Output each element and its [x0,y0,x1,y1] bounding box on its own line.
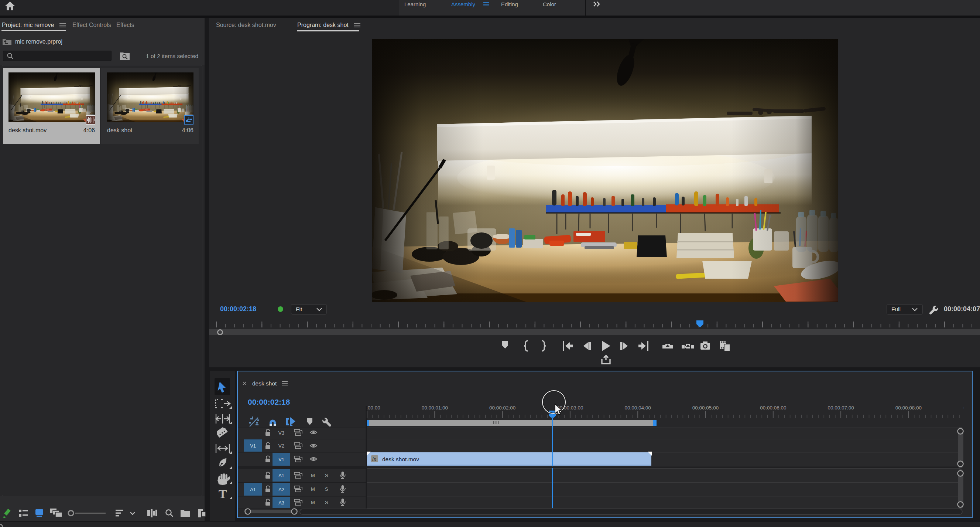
svg-text:00:00:06:00: 00:00:06:00 [760,405,786,410]
svg-text:00:00:09:00: 00:00:09:00 [963,405,973,410]
svg-text:T: T [219,487,227,501]
svg-text:M: M [311,473,315,478]
svg-text:A1: A1 [250,487,256,492]
svg-text:desk shot: desk shot [252,380,277,386]
svg-text:00:00:05:00: 00:00:05:00 [692,405,719,410]
svg-text:00:00:08:00: 00:00:08:00 [896,405,922,410]
svg-text:V1: V1 [278,457,284,462]
svg-text:00:00:07:00: 00:00:07:00 [827,405,854,410]
svg-text:V3: V3 [278,430,285,436]
svg-text:desk shot.mov: desk shot.mov [382,456,419,462]
svg-text:V2: V2 [278,443,285,449]
svg-text:V1: V1 [250,443,256,449]
svg-text:S: S [325,500,328,505]
svg-text:M: M [311,486,315,492]
svg-text:A3: A3 [278,500,284,506]
svg-text:00:00:04:00: 00:00:04:00 [625,405,651,410]
svg-text:00:00:02:00: 00:00:02:00 [489,405,515,410]
svg-text:fx: fx [372,456,377,462]
svg-text:S: S [325,473,328,478]
svg-text:A2: A2 [278,487,284,492]
svg-text:M: M [311,500,315,505]
svg-text:00:00:02:18: 00:00:02:18 [248,398,290,406]
svg-text:00:00:00:00: 00:00:00:00 [354,405,380,410]
svg-text:S: S [325,486,328,492]
svg-text:00:00:01:00: 00:00:01:00 [422,405,448,410]
svg-text:A1: A1 [278,473,284,478]
